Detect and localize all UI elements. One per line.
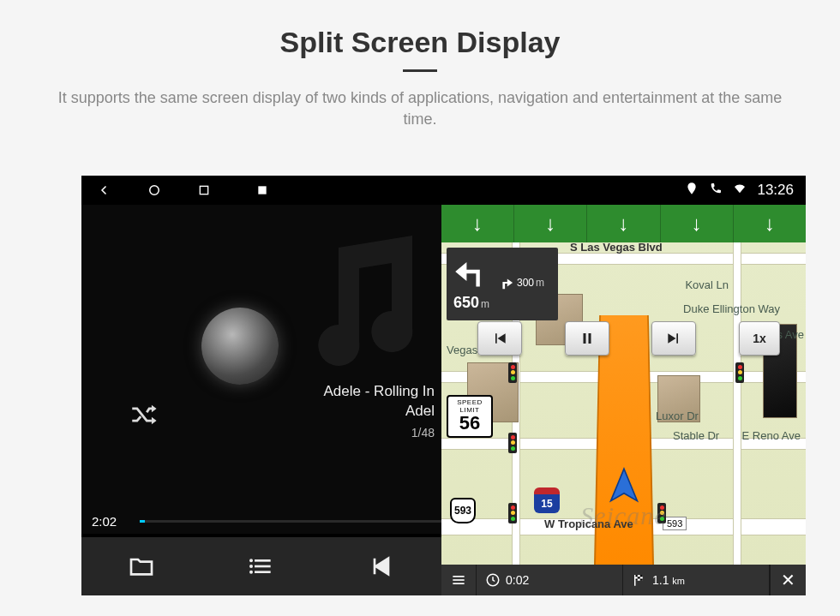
navigation-pane: 13:26 ↓ ↓ ↓ ↓ ↓ S Las Vegas Blvd Kov [441, 176, 806, 595]
title-underline [403, 69, 437, 72]
svg-rect-18 [638, 577, 640, 578]
svg-rect-20 [640, 579, 643, 581]
progress-fill [140, 520, 145, 523]
down-arrow-icon: ↓ [545, 212, 555, 236]
svg-point-7 [249, 565, 253, 568]
play-orb-button[interactable] [201, 308, 279, 385]
music-pane: Adele - Rolling In Adel 1/48 2:02 [81, 176, 441, 595]
clock-icon [485, 572, 501, 588]
down-arrow-icon: ↓ [619, 212, 629, 236]
street-label: E Reno Ave [742, 429, 801, 442]
wifi-icon [733, 182, 747, 200]
progress-row: 2:02 [92, 514, 441, 529]
clock-time: 13:26 [757, 182, 794, 199]
close-nav-button[interactable]: ✕ [770, 565, 806, 595]
lane-5: ↓ [734, 205, 806, 242]
turn-instruction-box: 300m 650m [447, 248, 558, 320]
down-arrow-icon: ↓ [765, 212, 775, 236]
traffic-light-icon [508, 503, 517, 523]
page-title: Split Screen Display [0, 0, 840, 59]
street-label: Duke Ellington Way [683, 302, 780, 315]
shuffle-icon[interactable] [129, 400, 158, 429]
svg-point-0 [150, 186, 159, 195]
track-metadata: Adele - Rolling In Adel 1/48 [324, 382, 435, 441]
device-screen: Adele - Rolling In Adel 1/48 2:02 [81, 176, 806, 595]
street-label: Koval Ln [685, 278, 729, 291]
map-playback-controls: 1x [477, 321, 780, 356]
track-index: 1/48 [324, 425, 435, 441]
location-icon [685, 182, 699, 200]
back-icon[interactable] [97, 182, 112, 198]
svg-rect-17 [640, 575, 643, 577]
speed-limit-sign: SPEED LIMIT 56 [447, 395, 493, 438]
elapsed-time: 2:02 [92, 514, 128, 529]
android-nav-bar [81, 176, 441, 205]
nav-bottom-bar: 0:02 1.1 km ✕ [441, 565, 806, 595]
next-turn-distance: 300m [517, 277, 544, 289]
lane-3: ↓ [587, 205, 660, 242]
lane-guidance-bar: ↓ ↓ ↓ ↓ ↓ [441, 205, 806, 242]
svg-rect-1 [200, 186, 207, 194]
recent-apps-icon[interactable] [196, 182, 212, 198]
screenshot-icon[interactable] [255, 182, 270, 198]
playback-speed-button[interactable]: 1x [739, 321, 780, 356]
interstate-shield: 15 [534, 487, 560, 513]
eta-value: 0:02 [506, 573, 529, 587]
current-position-icon [605, 467, 643, 505]
page-subtitle: It supports the same screen display of t… [43, 87, 797, 130]
speed-limit-value: 56 [448, 414, 491, 433]
playlist-button[interactable] [246, 551, 277, 582]
flag-icon [632, 572, 647, 588]
skip-back-button[interactable] [477, 321, 522, 356]
svg-rect-9 [583, 333, 585, 344]
down-arrow-icon: ↓ [692, 212, 702, 236]
phone-icon [709, 182, 723, 200]
eta-segment[interactable]: 0:02 [477, 565, 623, 595]
traffic-light-icon [508, 433, 517, 453]
progress-bar[interactable] [140, 520, 441, 523]
svg-point-6 [249, 559, 253, 562]
track-title: Adele - Rolling In [324, 382, 435, 402]
road [733, 242, 741, 565]
skip-forward-button[interactable] [651, 321, 696, 356]
svg-point-8 [249, 571, 253, 574]
turn-right-icon [498, 275, 513, 290]
track-artist: Adel [324, 402, 435, 422]
svg-rect-2 [258, 186, 266, 194]
us-route-shield: 593 [450, 498, 476, 523]
next-turn: 300m [498, 275, 544, 290]
status-bar: 13:26 [441, 176, 806, 205]
street-label: S Las Vegas Blvd [570, 242, 663, 254]
pause-button[interactable] [565, 321, 609, 356]
album-art-area: Adele - Rolling In Adel 1/48 [81, 205, 441, 534]
watermark: Seicane [580, 501, 666, 530]
remaining-distance: 1.1 km [652, 573, 685, 587]
turn-distance: 650m [453, 294, 551, 312]
menu-button[interactable] [441, 565, 477, 595]
home-icon[interactable] [147, 182, 162, 198]
street-label: Luxor Dr [656, 410, 699, 422]
traffic-light-icon [735, 362, 744, 383]
folder-button[interactable] [126, 551, 157, 582]
distance-segment[interactable]: 1.1 km [623, 565, 770, 595]
svg-rect-10 [588, 333, 591, 344]
lane-1: ↓ [441, 205, 514, 242]
previous-track-button[interactable] [366, 551, 397, 582]
lane-4: ↓ [661, 205, 734, 242]
lane-2: ↓ [514, 205, 587, 242]
music-note-icon [279, 222, 450, 393]
street-label: Stable Dr [673, 429, 719, 442]
traffic-light-icon [508, 362, 517, 383]
turn-left-icon [453, 253, 491, 290]
down-arrow-icon: ↓ [472, 212, 483, 236]
music-bottom-bar [81, 537, 441, 595]
